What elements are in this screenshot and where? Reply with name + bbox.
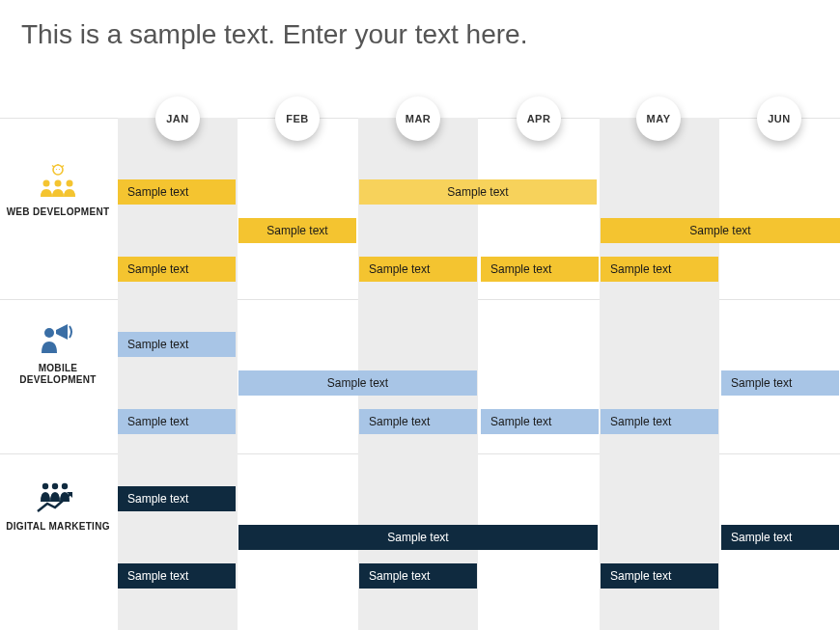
svg-line-5 — [52, 166, 54, 168]
row-label-digital: DIGITAL MARKETING — [0, 521, 116, 533]
svg-point-8 — [67, 180, 73, 187]
month-badge-jan: JAN — [155, 96, 200, 141]
task-bar: Sample text — [601, 218, 840, 243]
task-bar: Sample text — [359, 409, 477, 434]
svg-line-4 — [62, 166, 64, 168]
task-bar: Sample text — [238, 525, 598, 550]
month-badge-feb: FEB — [275, 96, 320, 141]
gantt-chart: JAN FEB MAR APR MAY JUN WEB DEVELOPMENT … — [0, 96, 840, 630]
task-bar: Sample text — [238, 370, 477, 396]
megaphone-icon — [0, 324, 116, 357]
task-bar: Sample text — [601, 563, 718, 589]
task-bar: Sample text — [721, 370, 839, 396]
task-bar: Sample text — [601, 409, 718, 434]
task-bar: Sample text — [601, 257, 718, 282]
task-bar: Sample text — [238, 218, 356, 243]
page-title: This is a sample text. Enter your text h… — [0, 0, 840, 50]
month-badge-apr: APR — [517, 96, 561, 141]
svg-point-9 — [44, 328, 54, 338]
task-bar: Sample text — [359, 257, 477, 282]
month-badge-jun: JUN — [757, 96, 801, 141]
svg-point-10 — [42, 483, 48, 489]
svg-point-2 — [59, 169, 60, 170]
svg-point-11 — [52, 483, 58, 489]
task-bar: Sample text — [359, 179, 597, 205]
task-bar: Sample text — [481, 409, 599, 434]
row-label-web: WEB DEVELOPMENT — [0, 206, 116, 218]
task-bar: Sample text — [118, 332, 236, 357]
task-bar: Sample text — [118, 486, 236, 511]
svg-point-0 — [53, 165, 63, 175]
month-badge-may: MAY — [636, 96, 681, 141]
month-stripe — [600, 118, 719, 630]
svg-point-12 — [62, 483, 68, 489]
task-bar: Sample text — [118, 563, 236, 589]
task-bar: Sample text — [359, 563, 477, 589]
task-bar: Sample text — [481, 257, 599, 282]
team-people-icon — [0, 164, 116, 201]
task-bar: Sample text — [118, 409, 236, 434]
svg-point-1 — [56, 169, 57, 170]
svg-point-6 — [43, 180, 50, 187]
row-label-mobile: MOBILE DEVELOPMENT — [0, 363, 116, 386]
month-badge-mar: MAR — [396, 96, 440, 141]
task-bar: Sample text — [721, 525, 839, 550]
task-bar: Sample text — [118, 257, 236, 282]
people-arrow-icon — [0, 480, 116, 517]
svg-point-7 — [55, 180, 62, 187]
task-bar: Sample text — [118, 179, 236, 205]
